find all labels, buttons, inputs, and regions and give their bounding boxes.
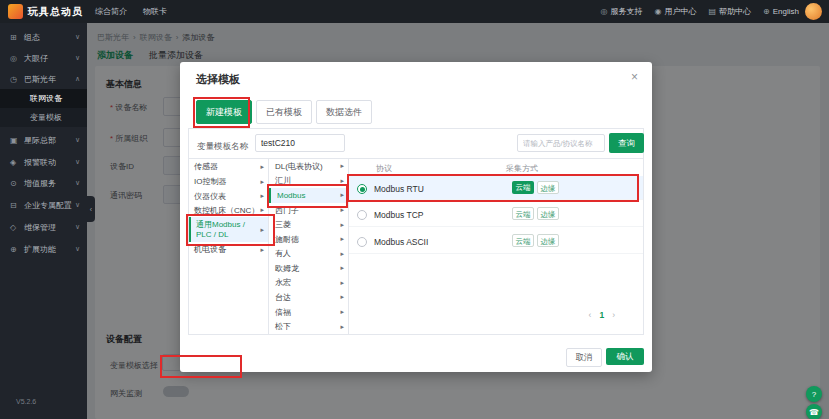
- sidebar-collapse-handle[interactable]: ‹: [87, 196, 95, 222]
- brand-title: 玩具总动员: [28, 5, 83, 19]
- sidebar-item-star-command[interactable]: ▣ 星际总部 ∨: [0, 130, 87, 150]
- chevron-right-icon: ▸: [340, 323, 344, 331]
- chevron-right-icon: ▸: [260, 192, 264, 200]
- chevron-up-icon: ∧: [75, 75, 80, 83]
- radio-selected-icon[interactable]: [357, 184, 367, 194]
- prev-page-button[interactable]: ‹: [589, 310, 592, 320]
- alarm-icon: ◈: [10, 158, 16, 167]
- chevron-right-icon: ▸: [340, 235, 344, 243]
- sidebar-item-maintenance[interactable]: ◇ 维保管理 ∨: [0, 217, 87, 237]
- help-float-button[interactable]: ?: [806, 386, 822, 402]
- brand-inovance[interactable]: 汇川▸: [269, 174, 348, 189]
- shield-icon: ◇: [10, 223, 16, 232]
- protocol-row-modbus-rtu[interactable]: Modbus RTU 云端 边缘: [349, 176, 643, 200]
- brand-beckhoff[interactable]: 倍福▸: [269, 305, 348, 320]
- brand-omron[interactable]: 欧姆龙▸: [269, 261, 348, 276]
- chevron-right-icon: ▸: [340, 308, 344, 316]
- app-logo-icon[interactable]: [8, 4, 23, 19]
- chevron-down-icon: ∨: [75, 136, 80, 144]
- globe-icon: ⊕: [763, 7, 770, 16]
- cloud-collect-button[interactable]: 云端: [512, 207, 534, 220]
- protocol-row-modbus-ascii[interactable]: Modbus ASCII 云端 边缘: [349, 227, 643, 254]
- brand-panasonic[interactable]: 松下▸: [269, 319, 348, 334]
- sidebar-item-alarm[interactable]: ◈ 报警联动 ∨: [0, 152, 87, 172]
- cloud-collect-button[interactable]: 云端: [512, 234, 534, 247]
- brand-column: DL(电表协议)▸ 汇川▸ Modbus▸ 西门子▸ 三菱▸ 施耐德▸ 有人▸ …: [269, 159, 349, 334]
- radio-icon[interactable]: [357, 237, 367, 247]
- support-link[interactable]: ◎服务支持: [601, 6, 643, 17]
- nav-item-overview[interactable]: 综合简介: [95, 6, 127, 17]
- protocol-table-header: 协议 采集方式: [349, 159, 643, 177]
- chevron-down-icon: ∨: [75, 158, 80, 166]
- col-collect-method: 采集方式: [506, 163, 538, 174]
- brand-mitsubishi[interactable]: 三菱▸: [269, 217, 348, 232]
- category-io-controller[interactable]: IO控制器▸: [189, 174, 268, 189]
- sidebar-item-value-services[interactable]: ⊙ 增值服务 ∨: [0, 173, 87, 193]
- chevron-right-icon: ▸: [340, 162, 344, 170]
- close-icon[interactable]: ×: [631, 70, 638, 84]
- cloud-collect-button[interactable]: 云端: [512, 181, 534, 194]
- template-name-input[interactable]: [255, 134, 345, 152]
- chevron-right-icon: ▸: [340, 293, 344, 301]
- search-input[interactable]: [517, 134, 605, 152]
- pagination: ‹ 1 ›: [589, 310, 615, 320]
- category-instruments[interactable]: 仪器仪表▸: [189, 189, 268, 203]
- chevron-down-icon: ∨: [75, 179, 80, 187]
- current-page[interactable]: 1: [599, 310, 604, 320]
- next-page-button[interactable]: ›: [612, 310, 615, 320]
- sidebar-item-bigeye[interactable]: ◎ 大眼仔 ∨: [0, 48, 87, 68]
- edge-collect-button[interactable]: 边缘: [537, 207, 559, 220]
- help-center-link[interactable]: ▤帮助中心: [708, 6, 751, 17]
- template-name-label: 变量模板名称: [197, 141, 248, 153]
- chevron-down-icon: ∨: [75, 223, 80, 231]
- tab-data-options[interactable]: 数据选件: [316, 100, 372, 124]
- avatar[interactable]: [805, 3, 822, 20]
- language-switch[interactable]: ⊕English: [763, 7, 799, 16]
- chevron-right-icon: ▸: [340, 264, 344, 272]
- search-button[interactable]: 查询: [609, 133, 644, 153]
- category-electromechanical[interactable]: 机电设备▸: [189, 242, 268, 257]
- chevron-right-icon: ▸: [340, 221, 344, 229]
- edge-collect-button[interactable]: 边缘: [537, 181, 559, 194]
- sidebar-item-scada[interactable]: ⊞ 组态 ∨: [0, 27, 87, 47]
- chevron-right-icon: ▸: [340, 279, 344, 287]
- sidebar: ⊞ 组态 ∨ ◎ 大眼仔 ∨ ◷ 巴斯光年 ∧ 联网设备 变量模板 ▣ 星际总部…: [0, 23, 87, 419]
- tab-new-template[interactable]: 新建模板: [196, 100, 252, 124]
- top-nav: 综合简介 物联卡: [95, 0, 167, 23]
- select-template-modal: 选择模板 × 新建模板 已有模板 数据选件 变量模板名称 查询 传感器▸ IO控…: [180, 62, 652, 372]
- sidebar-item-network-devices[interactable]: 联网设备: [0, 89, 87, 108]
- chevron-right-icon: ▸: [340, 177, 344, 185]
- cancel-button[interactable]: 取消: [566, 348, 602, 367]
- user-icon: ◉: [655, 7, 662, 16]
- confirm-button[interactable]: 确认: [606, 348, 644, 365]
- user-center-link[interactable]: ◉用户中心: [655, 6, 697, 17]
- extensions-icon: ⊕: [10, 245, 17, 254]
- modal-title: 选择模板: [196, 72, 240, 87]
- topbar: 玩具总动员 综合简介 物联卡 ◎服务支持 ◉用户中心 ▤帮助中心 ⊕Englis…: [0, 0, 829, 23]
- protocol-table: 协议 采集方式 Modbus RTU 云端 边缘 Modbus TCP 云端 边…: [349, 159, 643, 334]
- service-float-button[interactable]: ☎: [806, 404, 822, 419]
- brand-usr[interactable]: 有人▸: [269, 246, 348, 261]
- brand-fatek[interactable]: 永宏▸: [269, 276, 348, 291]
- category-sensor[interactable]: 传感器▸: [189, 159, 268, 174]
- nav-item-iot-card[interactable]: 物联卡: [143, 6, 167, 17]
- brand-dl[interactable]: DL(电表协议)▸: [269, 159, 348, 174]
- radio-icon[interactable]: [357, 210, 367, 220]
- help-icon: ▤: [708, 7, 716, 16]
- brand-modbus[interactable]: Modbus▸: [269, 188, 348, 203]
- sidebar-item-variable-templates[interactable]: 变量模板: [0, 108, 87, 127]
- chevron-down-icon: ∨: [75, 33, 80, 41]
- sidebar-item-extensions[interactable]: ⊕ 扩展功能 ∨: [0, 239, 87, 259]
- brand-delta[interactable]: 台达▸: [269, 290, 348, 305]
- sidebar-item-buzz[interactable]: ◷ 巴斯光年 ∧: [0, 69, 87, 89]
- edge-collect-button[interactable]: 边缘: [537, 234, 559, 247]
- brand-schneider[interactable]: 施耐德▸: [269, 232, 348, 247]
- phone-icon: ☎: [809, 408, 819, 417]
- tab-existing-template[interactable]: 已有模板: [256, 100, 312, 124]
- category-cnc[interactable]: 数控机床（CNC）▸: [189, 203, 268, 217]
- category-generic-modbus[interactable]: 通用Modbus / PLC / DL▸: [189, 217, 268, 242]
- topbar-right: ◎服务支持 ◉用户中心 ▤帮助中心 ⊕English: [601, 0, 799, 23]
- protocol-row-modbus-tcp[interactable]: Modbus TCP 云端 边缘: [349, 200, 643, 227]
- brand-siemens[interactable]: 西门子▸: [269, 203, 348, 218]
- sidebar-item-enterprise-config[interactable]: ⊟ 企业专属配置 ∨: [0, 195, 87, 215]
